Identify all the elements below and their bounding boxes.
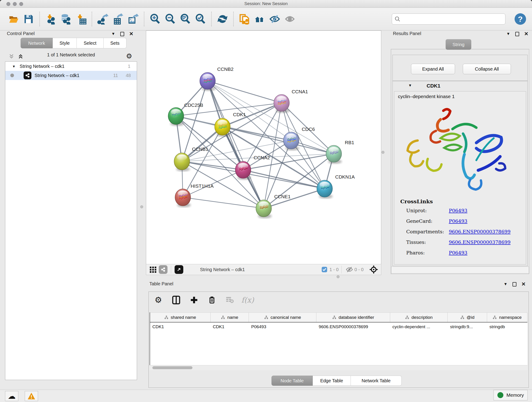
zoom-fit-icon[interactable]	[178, 11, 193, 27]
column-header-shared-name[interactable]: shared name	[150, 313, 210, 322]
crosslink-link[interactable]: P06493	[449, 208, 467, 213]
results-panel-float-icon[interactable]	[515, 32, 519, 36]
search-input[interactable]	[392, 13, 505, 25]
control-panel-menu-icon[interactable]: ▼	[111, 32, 115, 36]
import-table-icon[interactable]	[73, 11, 89, 27]
tab-edge-table[interactable]: Edge Table	[313, 376, 351, 386]
first-neighbors-icon[interactable]	[252, 11, 267, 27]
delete-table-icon	[225, 295, 235, 305]
table-panel-float-icon[interactable]	[513, 282, 516, 287]
save-session-icon[interactable]	[21, 11, 36, 27]
node-CCNA1[interactable]: CCNA1	[274, 89, 308, 113]
zoom-selected-icon[interactable]	[193, 11, 208, 27]
tab-select[interactable]: Select	[77, 38, 104, 48]
crosslink-link[interactable]: 9606.ENSP00000378699	[449, 229, 510, 235]
network-canvas[interactable]: CCNB2 CCNA1 CDC25B CDK1 CDC6 RB1 CCNB1 C…	[146, 31, 381, 264]
edge-CCNB2-CCNA1[interactable]	[208, 81, 282, 103]
network-row[interactable]: String Network – cdk1 11 48	[5, 71, 137, 80]
results-panel-menu-icon[interactable]: ▼	[506, 32, 510, 36]
edge-CCNA2-CDKN1A[interactable]	[243, 170, 325, 189]
control-panel-close-icon[interactable]: ✕	[129, 31, 133, 37]
export-image-icon[interactable]	[126, 11, 141, 27]
column-header-database-identifier[interactable]: database identifier	[317, 313, 390, 322]
table-cell[interactable]: P06493	[249, 322, 317, 332]
table-cell[interactable]: CDK1	[210, 322, 249, 332]
table-scrollbar-thumb[interactable]	[152, 366, 192, 369]
collapse-all-button[interactable]: Collapse All	[463, 64, 511, 74]
column-header-@id[interactable]: @id	[448, 313, 487, 322]
crosslink-link[interactable]: P06493	[449, 250, 467, 255]
table-cell[interactable]: stringdb	[487, 322, 527, 332]
zoom-out-icon[interactable]	[163, 11, 178, 27]
column-header-namespace[interactable]: namespace	[487, 313, 527, 322]
open-in-string-icon[interactable]	[174, 265, 184, 274]
expand-all-button[interactable]: Expand All	[411, 64, 455, 74]
edge-CCNE1-HIST1H1A[interactable]	[183, 197, 264, 208]
table-cell[interactable]: stringdb:9...	[448, 322, 487, 332]
tab-sets[interactable]: Sets	[104, 38, 127, 48]
toolbar-separator	[144, 12, 144, 26]
results-panel-close-icon[interactable]: ✕	[524, 31, 528, 37]
help-button[interactable]: ?	[515, 13, 526, 25]
collection-expander-icon[interactable]: ▼	[12, 64, 16, 68]
bottom-splitter-handle[interactable]	[336, 275, 340, 278]
edge-CCNE1-CDKN1A[interactable]	[264, 189, 325, 208]
grid-view-icon[interactable]	[148, 265, 158, 274]
table-scrollbar-track[interactable]	[150, 365, 527, 370]
crosslink-link[interactable]: 9606.ENSP00000378699	[449, 240, 510, 245]
selected-checkbox-icon[interactable]	[319, 265, 329, 274]
edge-CCNB2-CCNE1[interactable]	[208, 81, 264, 208]
clone-network-icon[interactable]	[237, 11, 252, 27]
memory-button[interactable]: Memory	[494, 390, 528, 400]
string-style-icon[interactable]	[158, 265, 168, 274]
zoom-in-icon[interactable]	[147, 11, 163, 27]
hide-selected-icon[interactable]	[267, 11, 282, 27]
table-row[interactable]: CDK1CDK1P064939606.ENSP00000378699cyclin…	[150, 322, 527, 332]
hidden-eye-icon[interactable]	[344, 265, 355, 274]
delete-column-icon[interactable]	[207, 295, 217, 305]
node-CDKN1A[interactable]: CDKN1A	[317, 174, 355, 199]
column-header-canonical-name[interactable]: canonical name	[249, 313, 317, 322]
table-cell[interactable]: 9606.ENSP00000378699	[317, 322, 390, 332]
right-splitter-handle[interactable]	[381, 151, 385, 154]
tab-node-table[interactable]: Node Table	[272, 376, 313, 386]
node-HIST1H1A[interactable]: HIST1H1A	[175, 183, 214, 207]
network-collection-row[interactable]: ▼ String Network – cdk1 1	[5, 62, 137, 71]
refresh-view-icon[interactable]	[215, 11, 230, 27]
left-splitter-handle[interactable]	[140, 205, 143, 208]
show-columns-icon[interactable]	[171, 295, 181, 305]
column-header-description[interactable]: description	[390, 313, 448, 322]
table-cell[interactable]: CDK1	[150, 322, 210, 332]
node-CDC25B[interactable]: CDC25B	[168, 102, 203, 126]
crosslink-link[interactable]: P06493	[449, 218, 467, 224]
cloud-button[interactable]: ☁	[5, 391, 18, 401]
crosslink-row: Pharos:P06493	[406, 250, 521, 261]
node-CCNE1[interactable]: CCNE1	[256, 194, 291, 218]
table-panel-close-icon[interactable]: ✕	[521, 281, 526, 287]
export-table-icon[interactable]	[110, 11, 126, 27]
tab-style[interactable]: Style	[53, 38, 77, 48]
edge-CCNB1-CCNA1[interactable]	[182, 103, 282, 161]
node-RB1[interactable]: RB1	[326, 140, 354, 164]
create-column-icon[interactable]	[189, 295, 199, 305]
gene-section-header[interactable]: ▼ CDK1	[393, 81, 527, 91]
network-options-gear-icon[interactable]: ⚙	[126, 52, 132, 60]
column-header-name[interactable]: name	[210, 313, 249, 322]
export-network-icon[interactable]	[95, 11, 110, 27]
warnings-button[interactable]	[25, 391, 38, 401]
node-CCNB1[interactable]: CCNB1	[174, 147, 208, 172]
import-network-icon[interactable]	[43, 11, 58, 27]
table-options-gear-icon[interactable]: ⚙	[153, 295, 163, 305]
results-scrollbar-track[interactable]	[391, 267, 529, 274]
open-session-icon[interactable]	[6, 11, 21, 27]
tab-string[interactable]: String	[446, 39, 471, 50]
tab-network[interactable]: Network	[21, 38, 53, 48]
edge-CCNB2-RB1[interactable]	[208, 81, 334, 154]
tab-network-table[interactable]: Network Table	[351, 376, 402, 386]
import-network-database-icon[interactable]	[58, 11, 73, 27]
gene-expander-icon[interactable]: ▼	[408, 83, 412, 88]
table-panel-menu-icon[interactable]: ▼	[504, 282, 507, 287]
birdseye-view-icon[interactable]	[369, 265, 379, 274]
table-cell[interactable]: cyclin-dependent ...	[390, 322, 448, 332]
control-panel-float-icon[interactable]	[120, 32, 124, 36]
